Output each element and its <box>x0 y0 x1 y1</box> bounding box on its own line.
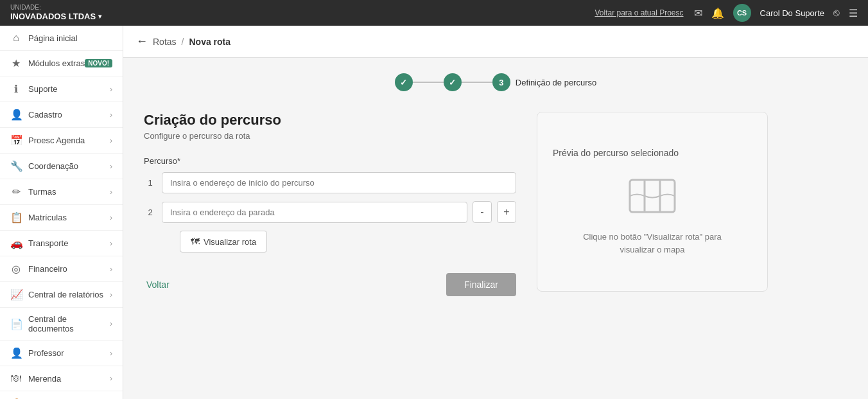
sidebar-item-transporte[interactable]: 🚗Transporte› <box>0 231 123 256</box>
avatar[interactable]: CS <box>733 4 751 22</box>
unit-label: UNIDADE: <box>10 4 101 12</box>
sidebar-label-turmas: Turmas <box>28 187 56 197</box>
sidebar-label-modulos-extras: Módulos extras <box>28 58 85 68</box>
sidebar-item-central-relatorios[interactable]: 📈Central de relatórios› <box>0 282 123 308</box>
map-icon: 🗺 <box>191 236 200 247</box>
sidebar-item-financeiro[interactable]: ◎Financeiro› <box>0 256 123 282</box>
layout: ⌂Página inicial★Módulos extrasNOVO!ℹSupo… <box>0 26 868 399</box>
content-area: ✓ ✓ 3 Definição de percurso Criação do p… <box>123 58 868 399</box>
row-1-number: 1 <box>144 178 157 188</box>
sidebar-item-pagina-inicial[interactable]: ⌂Página inicial <box>0 26 123 51</box>
sidebar-chevron-professor: › <box>110 349 112 358</box>
step-line-1 <box>413 82 444 83</box>
sidebar-chevron-matriculas: › <box>110 213 112 222</box>
sidebar-chevron-coordenacao: › <box>110 162 112 171</box>
sidebar: ⌂Página inicial★Módulos extrasNOVO!ℹSupo… <box>0 26 123 399</box>
sidebar-icon-transporte: 🚗 <box>10 237 22 249</box>
sidebar-icon-pagina-inicial: ⌂ <box>10 32 22 44</box>
logout-icon[interactable]: ⎋ <box>833 7 840 19</box>
form-title: Criação do percurso <box>144 112 516 129</box>
sidebar-label-matriculas: Matrículas <box>28 213 67 222</box>
breadcrumb-routes[interactable]: Rotas <box>153 37 177 47</box>
step-3-label: Definição de percurso <box>516 78 596 87</box>
sidebar-item-professor[interactable]: 👤Professor› <box>0 341 123 366</box>
sidebar-icon-cadastro: 👤 <box>10 109 22 121</box>
percurso-label: Percurso* <box>144 156 516 166</box>
sidebar-label-financeiro: Financeiro <box>28 264 67 274</box>
sidebar-chevron-financeiro: › <box>110 265 112 274</box>
form-left: Criação do percurso Configure o percurso… <box>144 112 516 296</box>
address-start-input[interactable] <box>162 172 516 193</box>
sidebar-icon-proesc-agenda: 📅 <box>10 134 22 146</box>
sidebar-label-pagina-inicial: Página inicial <box>28 33 78 43</box>
sidebar-item-estoque[interactable]: 📦Estoque› <box>0 391 123 399</box>
svg-rect-0 <box>630 180 675 212</box>
sidebar-chevron-transporte: › <box>110 239 112 248</box>
sidebar-chevron-proesc-agenda: › <box>110 136 112 145</box>
sidebar-item-matriculas[interactable]: 📋Matrículas› <box>0 205 123 231</box>
sidebar-icon-coordenacao: 🔧 <box>10 160 22 172</box>
address-stop-input[interactable] <box>162 202 467 223</box>
sidebar-chevron-central-documentos: › <box>110 319 112 328</box>
step-line-2 <box>462 82 492 83</box>
stepper: ✓ ✓ 3 Definição de percurso <box>144 73 847 91</box>
sidebar-item-cadastro[interactable]: 👤Cadastro› <box>0 102 123 128</box>
bell-icon[interactable]: 🔔 <box>711 7 724 19</box>
sidebar-chevron-suporte: › <box>110 85 112 94</box>
finalizar-button[interactable]: Finalizar <box>446 273 516 296</box>
form-right: Prévia do percurso selecionado Clique no… <box>537 112 768 296</box>
menu-icon[interactable]: ☰ <box>849 7 858 19</box>
sidebar-item-proesc-agenda[interactable]: 📅Proesc Agenda› <box>0 128 123 154</box>
preview-title: Prévia do percurso selecionado <box>553 148 679 158</box>
unit-chevron-icon: ▾ <box>98 13 101 21</box>
sidebar-icon-merenda: 🍽 <box>10 373 22 384</box>
sidebar-icon-turmas: ✏ <box>10 186 22 198</box>
row-2-number: 2 <box>144 208 157 217</box>
unit-name[interactable]: INOVADADOS LTDAS ▾ <box>10 12 101 22</box>
sidebar-icon-central-relatorios: 📈 <box>10 288 22 301</box>
sidebar-badge-modulos-extras: NOVO! <box>85 59 112 67</box>
topbar-unit: UNIDADE: INOVADADOS LTDAS ▾ <box>10 4 101 22</box>
sidebar-item-turmas[interactable]: ✏Turmas› <box>0 179 123 205</box>
sidebar-label-coordenacao: Coordenação <box>28 161 78 171</box>
sidebar-label-central-documentos: Central de documentos <box>28 314 110 333</box>
form-actions: Voltar Finalizar <box>144 273 516 296</box>
return-link[interactable]: Voltar para o atual Proesc <box>595 8 683 17</box>
sidebar-item-modulos-extras[interactable]: ★Módulos extrasNOVO! <box>0 51 123 76</box>
step-2-circle: ✓ <box>444 73 462 91</box>
sidebar-item-coordenacao[interactable]: 🔧Coordenação› <box>0 154 123 179</box>
main: ← Rotas / Nova rota ✓ ✓ 3 Definição de p… <box>123 26 868 399</box>
sidebar-label-professor: Professor <box>28 348 64 358</box>
sidebar-icon-modulos-extras: ★ <box>10 57 22 69</box>
form-section: Criação do percurso Configure o percurso… <box>144 112 847 296</box>
sidebar-label-cadastro: Cadastro <box>28 110 62 120</box>
visualizar-rota-button[interactable]: 🗺 Visualizar rota <box>180 231 267 253</box>
remove-stop-button[interactable]: - <box>473 201 492 223</box>
sidebar-icon-central-documentos: 📄 <box>10 318 22 330</box>
topbar: UNIDADE: INOVADADOS LTDAS ▾ Voltar para … <box>0 0 868 26</box>
sidebar-chevron-cadastro: › <box>110 111 112 120</box>
sidebar-item-suporte[interactable]: ℹSuporte› <box>0 76 123 102</box>
preview-description: Clique no botão "Visualizar rota" paravi… <box>583 231 722 256</box>
sidebar-icon-financeiro: ◎ <box>10 263 22 275</box>
sidebar-chevron-central-relatorios: › <box>110 290 112 299</box>
breadcrumb: ← Rotas / Nova rota <box>123 26 868 58</box>
breadcrumb-current: Nova rota <box>189 37 230 47</box>
breadcrumb-separator: / <box>182 37 184 47</box>
form-subtitle: Configure o percurso da rota <box>144 131 516 141</box>
sidebar-item-central-documentos[interactable]: 📄Central de documentos› <box>0 308 123 341</box>
step-1-circle: ✓ <box>395 73 413 91</box>
sidebar-label-transporte: Transporte <box>28 238 68 248</box>
sidebar-label-suporte: Suporte <box>28 84 58 94</box>
sidebar-label-proesc-agenda: Proesc Agenda <box>28 136 85 145</box>
map-preview-icon <box>627 173 678 220</box>
topbar-icons: ✉ 🔔 CS Carol Do Suporte ⎋ ☰ <box>694 4 858 22</box>
back-button[interactable]: ← <box>136 35 148 48</box>
voltar-button[interactable]: Voltar <box>144 274 172 295</box>
mail-icon[interactable]: ✉ <box>694 7 702 19</box>
add-stop-button[interactable]: + <box>497 201 516 223</box>
sidebar-icon-professor: 👤 <box>10 347 22 359</box>
sidebar-item-merenda[interactable]: 🍽Merenda› <box>0 366 123 391</box>
input-row-2: 2 - + <box>144 201 516 223</box>
sidebar-icon-suporte: ℹ <box>10 83 22 95</box>
